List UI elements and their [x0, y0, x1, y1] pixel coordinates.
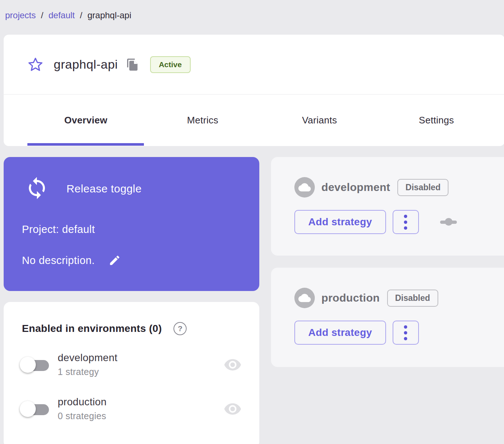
feature-header-row: graphql-api Active: [4, 35, 504, 94]
environment-status-chip: Disabled: [397, 179, 448, 196]
environment-name: development: [58, 352, 118, 364]
enabled-environments-header: Enabled in environments (0) ?: [4, 302, 259, 335]
cloud-icon: [294, 288, 315, 308]
environment-row-development: development 1 strategy: [4, 352, 259, 377]
environment-card-header: production Disabled: [271, 268, 504, 308]
breadcrumb-separator: /: [41, 10, 43, 20]
enabled-environments-panel: Enabled in environments (0) ? developmen…: [4, 302, 259, 444]
environment-name: production: [58, 396, 107, 408]
add-strategy-button[interactable]: Add strategy: [294, 210, 386, 234]
environment-row-text: production 0 strategies: [58, 396, 107, 421]
toggle-type-label: Release toggle: [66, 183, 142, 195]
production-toggle-switch[interactable]: [18, 400, 52, 418]
more-options-kebab-icon[interactable]: [393, 321, 419, 345]
enabled-environments-title: Enabled in environments (0): [22, 323, 162, 334]
environment-card-production: production Disabled Add strategy: [271, 268, 504, 367]
toggle-description-row: No description.: [22, 254, 121, 267]
switch-knob: [20, 401, 36, 417]
environment-row-text: development 1 strategy: [58, 352, 118, 377]
environment-card-name: development: [321, 181, 390, 194]
environment-strategy-count: 1 strategy: [58, 367, 118, 377]
toggle-info-card: Release toggle Project: default No descr…: [4, 157, 259, 291]
cloud-icon: [294, 177, 315, 198]
tab-variants[interactable]: Variants: [261, 95, 378, 146]
environment-card-header: development Disabled: [271, 157, 504, 198]
status-badge: Active: [150, 56, 191, 73]
environment-card-actions: Add strategy: [271, 321, 504, 345]
environment-card-name: production: [321, 292, 380, 304]
breadcrumb-link-default[interactable]: default: [49, 10, 75, 20]
visibility-eye-icon[interactable]: [224, 356, 242, 374]
environment-strategy-count: 0 strategies: [58, 411, 107, 421]
favorite-star-icon[interactable]: [27, 57, 43, 73]
toggle-project-label: Project: default: [22, 223, 95, 236]
add-strategy-button[interactable]: Add strategy: [294, 321, 386, 345]
release-toggle-loop-icon: [25, 176, 49, 202]
environment-row-production: production 0 strategies: [4, 396, 259, 421]
environment-status-chip: Disabled: [387, 290, 438, 307]
environment-card-actions: Add strategy: [271, 210, 504, 234]
help-icon[interactable]: ?: [173, 322, 187, 335]
tab-settings[interactable]: Settings: [378, 95, 495, 146]
toggle-type-row: Release toggle: [4, 157, 259, 202]
page-title: graphql-api: [54, 57, 118, 72]
breadcrumb-current: graphql-api: [87, 10, 131, 20]
environment-card-development: development Disabled Add strategy: [271, 157, 504, 256]
feature-toggle-page: projects / default / graphql-api graphql…: [0, 0, 504, 444]
active-tab-indicator: [27, 143, 144, 146]
copy-name-icon[interactable]: [126, 58, 139, 71]
breadcrumb: projects / default / graphql-api: [5, 10, 131, 20]
visibility-eye-icon[interactable]: [224, 400, 242, 418]
tab-metrics[interactable]: Metrics: [144, 95, 261, 146]
breadcrumb-link-projects[interactable]: projects: [5, 10, 36, 20]
breadcrumb-separator: /: [80, 10, 83, 20]
slider-icon[interactable]: [440, 218, 457, 226]
feature-tabs: Overview Metrics Variants Settings: [4, 94, 504, 146]
tab-overview[interactable]: Overview: [27, 95, 144, 146]
feature-header-card: graphql-api Active Overview Metrics Vari…: [4, 35, 504, 146]
toggle-description-text: No description.: [22, 254, 95, 267]
edit-description-icon[interactable]: [108, 254, 121, 267]
development-toggle-switch[interactable]: [18, 356, 52, 374]
switch-knob: [20, 357, 36, 373]
more-options-kebab-icon[interactable]: [393, 210, 419, 234]
